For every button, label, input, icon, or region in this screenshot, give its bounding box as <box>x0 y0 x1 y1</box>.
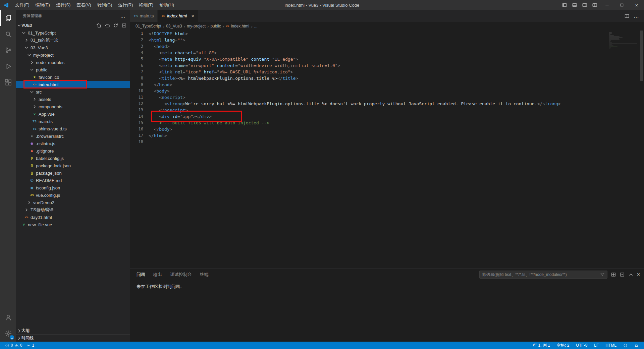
panel-tab-终端[interactable]: 终端 <box>200 269 209 281</box>
activity-search-button[interactable] <box>0 26 16 42</box>
chevron-right-icon <box>17 329 21 333</box>
tree-item-package.json[interactable]: {}package.json <box>16 169 130 177</box>
panel-tab-调试控制台[interactable]: 调试控制台 <box>170 269 192 281</box>
tree-item-src[interactable]: src <box>16 88 130 96</box>
line-number: 8 <box>130 75 149 81</box>
encoding[interactable]: UTF-8 <box>574 342 589 349</box>
new-folder-icon[interactable] <box>105 23 110 28</box>
maximize-button[interactable] <box>614 0 629 10</box>
tree-item-.browserslistrc[interactable]: ≡.browserslistrc <box>16 132 130 140</box>
tree-item-shims-vue.d.ts[interactable]: TSshims-vue.d.ts <box>16 125 130 132</box>
tree-item-label: babel.config.js <box>36 156 64 161</box>
settings-badge: 1 <box>9 335 14 340</box>
tree-item-index.html[interactable]: <>index.html <box>16 81 130 88</box>
minimap[interactable] <box>608 32 639 51</box>
collapse-all-panel-icon[interactable] <box>620 272 625 277</box>
tree-item-tsconfig.json[interactable]: ▣tsconfig.json <box>16 184 130 191</box>
eol[interactable]: LF <box>592 342 601 349</box>
tree-item-node_modules[interactable]: node_modules <box>16 59 130 66</box>
timeline-section[interactable]: 时间线 <box>16 334 130 342</box>
problems-filter-input[interactable]: 筛选器(例如 text、**/*.ts、!**/node_modules/**) <box>479 271 607 279</box>
explorer-more-icon[interactable]: … <box>120 14 126 18</box>
tree-item-README.md[interactable]: ⓘREADME.md <box>16 177 130 184</box>
menu-查看(V)[interactable]: 查看(V) <box>73 0 94 10</box>
tree-item-vue.config.js[interactable]: JSvue.config.js <box>16 191 130 199</box>
close-tab-icon[interactable]: × <box>191 13 194 18</box>
account-button[interactable] <box>0 309 16 326</box>
toggle-sidebar-button[interactable] <box>559 0 570 10</box>
maximize-panel-icon[interactable] <box>628 272 634 277</box>
tree-item-new_file.vue[interactable]: Vnew_file.vue <box>16 221 130 228</box>
scrollbar-thumb[interactable] <box>640 31 643 81</box>
refresh-icon[interactable] <box>113 23 118 28</box>
tree-item-my-project[interactable]: my-project <box>16 51 130 59</box>
menu-选择(S)[interactable]: 选择(S) <box>53 0 73 10</box>
tree-item-day01.html[interactable]: <>day01.html <box>16 214 130 221</box>
collapse-all-icon[interactable] <box>121 23 127 28</box>
breadcrumb-item[interactable]: public <box>210 24 221 28</box>
toggle-panel-button[interactable] <box>570 0 580 10</box>
split-editor-icon[interactable] <box>624 13 630 19</box>
activity-explorer-button[interactable] <box>0 10 16 26</box>
filter-icon[interactable] <box>600 272 605 277</box>
tree-item-assets[interactable]: assets <box>16 96 130 103</box>
menu-编辑(E)[interactable]: 编辑(E) <box>33 0 53 10</box>
tree-item-App.vue[interactable]: VApp.vue <box>16 110 130 118</box>
tree-item-03_Vue3[interactable]: 03_Vue3 <box>16 44 130 51</box>
tree-item-babel.config.js[interactable]: βbabel.config.js <box>16 155 130 162</box>
language-mode[interactable]: HTML <box>603 342 619 349</box>
tree-item-components[interactable]: components <box>16 103 130 110</box>
line-text: <!DOCTYPE html> <box>149 31 188 37</box>
outline-section[interactable]: 大纲 <box>16 327 130 334</box>
tree-item-main.ts[interactable]: TSmain.ts <box>16 118 130 125</box>
code-editor[interactable]: 1<!DOCTYPE html>2<html lang="">3 <head>4… <box>130 31 639 268</box>
tree-item-public[interactable]: public <box>16 66 130 73</box>
activity-source-control-button[interactable] <box>0 42 16 58</box>
breadcrumb-item[interactable]: my-project <box>187 24 206 28</box>
workbench: 1 资源管理器 … VUE3 01_TypeScript01_ts的第一次03_… <box>0 10 644 342</box>
tab-main.ts[interactable]: TSmain.ts <box>130 10 158 22</box>
section-vue3[interactable]: VUE3 <box>16 22 130 29</box>
tree-item-01_TypeScript[interactable]: 01_TypeScript <box>16 29 130 37</box>
tree-item-package-lock.json[interactable]: {}package-lock.json <box>16 162 130 169</box>
tree-item-vueDemo2[interactable]: vueDemo2 <box>16 199 130 206</box>
menu-转到(G)[interactable]: 转到(G) <box>94 0 115 10</box>
editor-scrollbar[interactable] <box>639 31 644 268</box>
tab-index.html[interactable]: <>index.html× <box>158 10 198 22</box>
menu-终端(T)[interactable]: 终端(T) <box>136 0 156 10</box>
tree-item-01_ts的第一次[interactable]: 01_ts的第一次 <box>16 37 130 44</box>
cursor-position[interactable]: 行 1, 列 1 <box>531 342 552 349</box>
toggle-secondary-sidebar-button[interactable] <box>580 0 590 10</box>
panel-tab-输出[interactable]: 输出 <box>153 269 162 281</box>
breadcrumb-item[interactable]: index.html <box>231 24 250 28</box>
customize-layout-button[interactable] <box>590 0 600 10</box>
tree-item-TS自动编译[interactable]: TS自动编译 <box>16 206 130 214</box>
panel-tab-问题[interactable]: 问题 <box>137 269 145 281</box>
tree-item-label: App.vue <box>39 112 55 117</box>
line-text: <strong>We're sorry but <%= htmlWebpackP… <box>149 101 561 107</box>
new-file-icon[interactable] <box>96 23 102 28</box>
minimize-button[interactable] <box>600 0 614 10</box>
notifications-bell-icon[interactable] <box>632 342 641 349</box>
breadcrumb-item[interactable]: ... <box>254 24 258 28</box>
minimap-line <box>609 45 612 45</box>
close-panel-icon[interactable]: × <box>637 272 640 278</box>
minimap-line <box>609 48 611 48</box>
problems-status[interactable]: 0 0 <box>3 342 24 349</box>
tree-item-.eslintrc.js[interactable]: ◉.eslintrc.js <box>16 140 130 147</box>
menu-运行(R)[interactable]: 运行(R) <box>115 0 136 10</box>
activity-run-debug-button[interactable] <box>0 58 16 74</box>
tree-item-.gitignore[interactable]: ◆.gitignore <box>16 147 130 155</box>
menu-文件(F)[interactable]: 文件(F) <box>12 0 33 10</box>
feedback-icon[interactable] <box>621 342 630 349</box>
view-as-table-icon[interactable] <box>611 272 616 277</box>
breadcrumb-item[interactable]: 03_Vue3 <box>166 24 182 28</box>
breadcrumb-item[interactable]: 01_TypeScript <box>136 24 161 28</box>
more-actions-icon[interactable]: … <box>634 13 639 19</box>
activity-extensions-button[interactable] <box>0 74 16 91</box>
menu-帮助(H)[interactable]: 帮助(H) <box>156 0 177 10</box>
settings-button[interactable]: 1 <box>0 326 16 342</box>
status-extra[interactable]: 1 <box>24 342 36 349</box>
close-window-button[interactable]: × <box>629 0 644 10</box>
tree-item-favicon.ico[interactable]: ★favicon.ico <box>16 73 130 81</box>
